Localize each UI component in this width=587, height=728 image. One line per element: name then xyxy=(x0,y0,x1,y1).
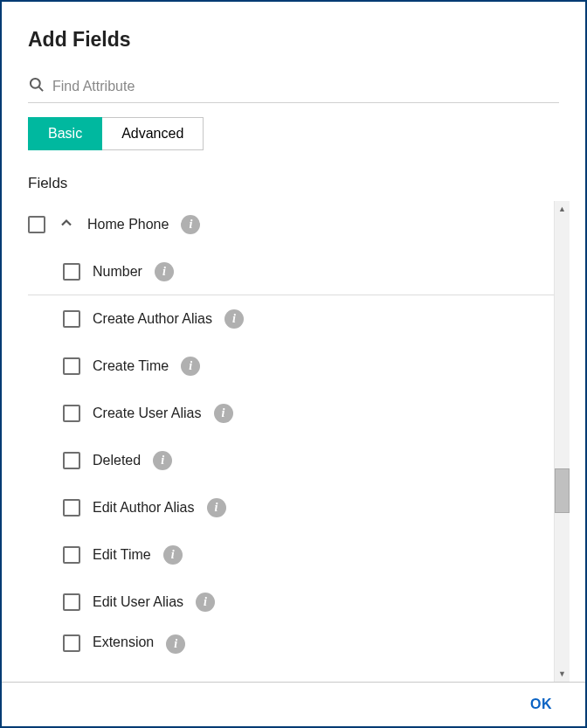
scrollbar-up-icon[interactable]: ▲ xyxy=(555,201,570,217)
field-label: Home Phone xyxy=(87,217,169,232)
info-icon[interactable]: i xyxy=(163,545,183,565)
field-label: Create Author Alias xyxy=(93,311,212,327)
field-row: Extension i xyxy=(28,626,557,654)
svg-line-1 xyxy=(39,87,43,91)
checkbox-number[interactable] xyxy=(63,263,80,281)
field-label: Edit Time xyxy=(93,547,151,563)
field-row: Deleted i xyxy=(28,437,557,484)
field-label: Edit Author Alias xyxy=(93,500,195,516)
checkbox-edit-author-alias[interactable] xyxy=(63,499,80,517)
info-icon[interactable]: i xyxy=(207,498,226,517)
field-label: Number xyxy=(93,264,142,280)
mode-tabs: Basic Advanced xyxy=(28,117,559,150)
field-row: Create Time i xyxy=(28,343,557,390)
dialog-body: Add Fields Basic Advanced Fields xyxy=(2,2,585,201)
fields-list[interactable]: Home Phone i Number i Create Author Alia… xyxy=(28,201,570,682)
field-label: Create User Alias xyxy=(93,406,202,421)
field-label: Create Time xyxy=(93,358,169,374)
info-icon[interactable]: i xyxy=(196,593,215,612)
add-fields-dialog: Add Fields Basic Advanced Fields H xyxy=(0,0,587,728)
dialog-title: Add Fields xyxy=(28,28,559,52)
field-row: Create User Alias i xyxy=(28,390,557,437)
chevron-up-icon[interactable] xyxy=(58,214,75,235)
search-icon xyxy=(28,76,45,97)
field-label: Edit User Alias xyxy=(93,594,183,610)
field-row: Edit User Alias i xyxy=(28,579,557,626)
scrollbar-thumb[interactable] xyxy=(555,468,570,513)
tab-basic[interactable]: Basic xyxy=(28,117,102,150)
dialog-footer: OK xyxy=(2,682,585,726)
svg-point-0 xyxy=(31,79,40,88)
info-icon[interactable]: i xyxy=(214,404,233,423)
field-row: Number i xyxy=(28,248,557,295)
checkbox-edit-user-alias[interactable] xyxy=(63,593,80,611)
info-icon[interactable]: i xyxy=(181,357,200,376)
checkbox-create-time[interactable] xyxy=(63,357,80,375)
ok-button[interactable]: OK xyxy=(530,697,552,712)
field-row: Create Author Alias i xyxy=(28,295,557,343)
checkbox-create-author-alias[interactable] xyxy=(63,310,80,328)
search-row xyxy=(28,73,559,103)
scrollbar-track[interactable] xyxy=(555,217,570,666)
checkbox-create-user-alias[interactable] xyxy=(63,405,80,422)
search-input[interactable] xyxy=(52,77,559,96)
field-label: Extension xyxy=(93,634,154,650)
info-icon[interactable]: i xyxy=(181,215,200,234)
field-row: Edit Author Alias i xyxy=(28,484,557,531)
fields-list-container: Home Phone i Number i Create Author Alia… xyxy=(28,201,570,682)
scrollbar-down-icon[interactable]: ▼ xyxy=(555,666,570,682)
checkbox-edit-time[interactable] xyxy=(63,546,80,564)
field-row: Edit Time i xyxy=(28,531,557,579)
field-label: Deleted xyxy=(93,453,141,468)
info-icon[interactable]: i xyxy=(224,309,244,329)
tab-advanced[interactable]: Advanced xyxy=(102,117,204,150)
checkbox-deleted[interactable] xyxy=(63,452,80,469)
scrollbar[interactable]: ▲ ▼ xyxy=(554,201,570,682)
info-icon[interactable]: i xyxy=(153,451,172,470)
fields-section-header: Fields xyxy=(28,175,559,192)
info-icon[interactable]: i xyxy=(155,262,174,281)
checkbox-extension[interactable] xyxy=(63,634,80,652)
info-icon[interactable]: i xyxy=(166,634,185,654)
checkbox-home-phone[interactable] xyxy=(28,216,45,233)
field-group-row: Home Phone i xyxy=(28,201,557,248)
